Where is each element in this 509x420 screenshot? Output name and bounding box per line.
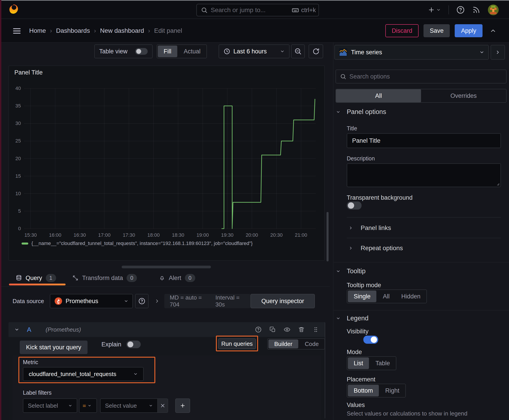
query-ref-id[interactable]: A xyxy=(27,326,31,333)
drag-handle-icon[interactable] xyxy=(313,326,319,333)
metric-select[interactable]: cloudflared_tunnel_total_requests xyxy=(23,367,144,381)
tab-transform[interactable]: Transform data 0 xyxy=(72,270,137,285)
query-datasource-hint: (Prometheus) xyxy=(46,326,81,333)
options-search-input[interactable] xyxy=(349,73,502,80)
select-value-placeholder: Select value xyxy=(105,402,149,409)
panel-links-section[interactable]: Panel links xyxy=(349,222,391,234)
time-range-picker[interactable]: Last 6 hours xyxy=(219,45,289,58)
time-series-chart[interactable]: {__name__="cloudflared_tunnel_total_requ… xyxy=(9,66,324,260)
description-textarea[interactable] xyxy=(347,164,501,187)
legend-series-label[interactable]: {__name__="cloudflared_tunnel_total_requ… xyxy=(31,240,253,246)
actual-option[interactable]: Actual xyxy=(178,45,206,58)
toggle-visibility-icon[interactable] xyxy=(284,326,290,333)
grafana-logo[interactable] xyxy=(8,3,19,15)
user-avatar[interactable] xyxy=(488,5,499,15)
keyboard-icon xyxy=(292,7,299,14)
select-label-dropdown[interactable]: Select label xyxy=(23,398,77,413)
transform-icon xyxy=(72,275,79,281)
table-view-toggle[interactable] xyxy=(135,48,148,55)
refresh-button[interactable] xyxy=(309,45,323,58)
legend-mode-list[interactable]: List xyxy=(348,357,369,369)
window-top-edge xyxy=(0,0,509,1)
save-button[interactable]: Save xyxy=(424,24,450,37)
tab-transform-label: Transform data xyxy=(82,275,123,282)
apply-button[interactable]: Apply xyxy=(455,24,483,37)
transparent-bg-toggle[interactable] xyxy=(347,202,362,210)
prometheus-icon xyxy=(54,297,62,305)
resize-handle[interactable] xyxy=(122,266,211,268)
chevron-down-icon xyxy=(336,110,341,114)
news-icon[interactable] xyxy=(472,6,480,14)
repeat-options-section[interactable]: Repeat options xyxy=(349,242,403,254)
legend-placement-right[interactable]: Right xyxy=(380,384,405,397)
breadcrumb-home[interactable]: Home xyxy=(29,27,46,34)
explain-toggle[interactable] xyxy=(126,341,141,348)
panel-options-header[interactable]: Panel options xyxy=(336,108,386,116)
legend-mode-table[interactable]: Table xyxy=(370,357,396,370)
x-axis-tick: 20:00 xyxy=(241,232,263,238)
select-value-dropdown[interactable]: Select value xyxy=(100,398,157,413)
bell-icon xyxy=(159,275,165,281)
search-icon xyxy=(201,7,208,14)
fill-option[interactable]: Fill xyxy=(158,45,177,57)
query-help-icon[interactable] xyxy=(255,326,261,333)
database-icon xyxy=(16,275,22,281)
filter-tab-overrides[interactable]: Overrides xyxy=(421,89,506,102)
builder-option[interactable]: Builder xyxy=(268,339,298,348)
run-queries-button[interactable]: Run queries xyxy=(218,338,256,349)
query-inspector-button[interactable]: Query inspector xyxy=(251,294,315,308)
datasource-help-button[interactable] xyxy=(135,294,149,308)
kick-start-query-button[interactable]: Kick start your query xyxy=(20,341,88,354)
select-label-placeholder: Select label xyxy=(28,402,68,409)
legend-visibility-toggle[interactable] xyxy=(363,336,378,344)
x-axis-tick: 15:30 xyxy=(19,232,42,238)
breadcrumb-new-dashboard[interactable]: New dashboard xyxy=(100,27,144,34)
chart-legend[interactable]: {__name__="cloudflared_tunnel_total_requ… xyxy=(22,240,253,246)
legend-values-label: Values xyxy=(347,402,365,409)
tooltip-hidden-option[interactable]: Hidden xyxy=(395,290,426,303)
x-axis-tick: 18:00 xyxy=(142,232,165,238)
duplicate-query-icon[interactable] xyxy=(270,326,276,333)
delete-query-icon[interactable] xyxy=(298,326,304,333)
visualization-picker[interactable]: Time series xyxy=(334,45,489,60)
y-axis-tick: 30 xyxy=(8,120,21,126)
legend-placement-bottom[interactable]: Bottom xyxy=(348,385,379,397)
tab-alert-count: 0 xyxy=(185,274,195,282)
search-input[interactable] xyxy=(211,7,292,14)
operator-dropdown[interactable]: = xyxy=(79,398,97,413)
search-icon xyxy=(340,73,346,80)
collapse-options-button[interactable] xyxy=(491,45,505,60)
zoom-out-button[interactable] xyxy=(291,45,305,58)
query-stats: MD = auto = 704 Interval = 30s xyxy=(164,294,251,308)
panel-title-input[interactable] xyxy=(352,137,495,144)
menu-toggle[interactable] xyxy=(12,26,21,36)
datasource-picker[interactable]: Prometheus xyxy=(50,294,133,308)
tooltip-single-option[interactable]: Single xyxy=(348,291,376,302)
legend-header[interactable]: Legend xyxy=(336,315,369,322)
code-option[interactable]: Code xyxy=(299,339,325,349)
breadcrumb-dashboards[interactable]: Dashboards xyxy=(56,27,90,34)
panel-title-field[interactable] xyxy=(347,133,501,148)
scrollbar-thumb[interactable] xyxy=(327,212,328,261)
tooltip-header[interactable]: Tooltip xyxy=(336,267,365,275)
tab-alert-label: Alert xyxy=(169,275,181,282)
query-row-header[interactable]: A (Prometheus) xyxy=(8,322,325,337)
remove-filter-button[interactable] xyxy=(157,398,168,413)
discard-button[interactable]: Discard xyxy=(385,24,418,37)
edit-pane: Table view Fill Actual Last 6 hours Pane… xyxy=(0,43,334,420)
chevron-down-icon xyxy=(124,299,128,303)
tab-query[interactable]: Query 1 xyxy=(16,270,56,285)
y-axis-tick: 10 xyxy=(8,191,21,196)
tab-alert[interactable]: Alert 0 xyxy=(159,270,195,285)
global-search[interactable]: ctrl+k xyxy=(196,4,319,16)
filter-tab-all[interactable]: All xyxy=(336,89,421,102)
collapse-up-icon[interactable] xyxy=(490,27,496,34)
tooltip-heading: Tooltip xyxy=(347,267,365,275)
new-menu-button[interactable] xyxy=(428,6,441,14)
options-search[interactable] xyxy=(335,69,507,83)
help-button[interactable] xyxy=(456,6,464,14)
tooltip-all-option[interactable]: All xyxy=(377,290,395,303)
chevron-right-icon[interactable] xyxy=(154,298,160,304)
description-field[interactable] xyxy=(347,163,501,187)
add-filter-button[interactable] xyxy=(175,398,190,413)
